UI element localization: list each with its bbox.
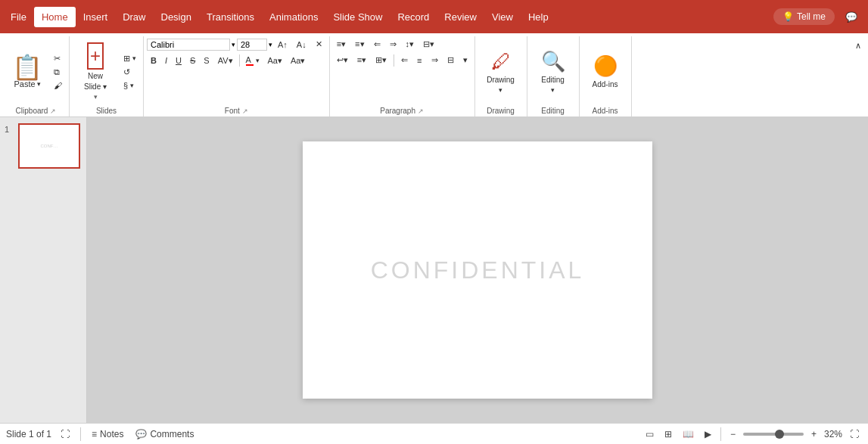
format-painter-button[interactable]: 🖌 [50, 79, 66, 92]
menu-bar-right: 💡 Tell me 💬 [773, 7, 865, 27]
editing-button[interactable]: 🔍 Editing ▾ [530, 45, 576, 98]
addins-icon: 🟠 [593, 54, 618, 78]
menu-home[interactable]: Home [34, 7, 76, 27]
paste-dropdown-icon[interactable]: ▾ [37, 80, 41, 88]
decrease-indent-button[interactable]: ⇐ [370, 38, 384, 51]
justify-button[interactable]: ⊟ [443, 54, 458, 67]
reset-button[interactable]: ↺ [120, 66, 140, 79]
text-shadow-button[interactable]: S [200, 54, 213, 67]
paste-button[interactable]: 📋 Paste ▾ [6, 52, 48, 92]
slide-canvas[interactable]: CONFIDENTIAL [303, 141, 652, 399]
font-expand-icon[interactable]: ↗ [242, 107, 248, 115]
menu-help[interactable]: Help [521, 7, 556, 27]
menu-animations[interactable]: Animations [262, 7, 325, 27]
addins-label: Add-ins [583, 105, 628, 116]
status-divider2 [720, 427, 721, 441]
zoom-out-button[interactable]: − [727, 427, 739, 441]
slide-sorter-button[interactable]: ⊞ [661, 427, 675, 441]
text-color-dropdown[interactable]: ▾ [256, 57, 260, 64]
font-name-input[interactable] [147, 39, 230, 51]
editing-dropdown[interactable]: ▾ [551, 86, 555, 94]
decrease-font-button[interactable]: A↓ [293, 39, 310, 51]
columns-button[interactable]: ⊟▾ [419, 38, 438, 51]
bullet-list-button[interactable]: ≡▾ [333, 38, 350, 51]
italic-button[interactable]: I [161, 54, 171, 67]
menu-view[interactable]: View [484, 7, 521, 27]
character-spacing-button[interactable]: AV▾ [214, 54, 237, 67]
font-size-input[interactable] [237, 39, 267, 51]
font-label: Font ↗ [147, 105, 326, 116]
comments-button[interactable]: 💬 [838, 7, 865, 27]
drawing-group: 🖊 Drawing ▾ Drawing [475, 36, 527, 116]
zoom-slider[interactable] [743, 433, 804, 436]
slide-thumb-wrapper-1: 1 CONF… [5, 123, 82, 169]
menu-record[interactable]: Record [390, 7, 437, 27]
font-name-dropdown-icon[interactable]: ▾ [232, 41, 235, 48]
zoom-in-button[interactable]: + [808, 427, 820, 441]
slide-thumbnail-1[interactable]: CONF… [18, 123, 80, 169]
fit-slide-icon: ⛶ [61, 429, 70, 439]
more-align-button[interactable]: ▾ [459, 54, 471, 67]
line-spacing-button[interactable]: ↕▾ [402, 38, 418, 51]
font-name-row: ▾ ▾ A↑ A↓ ✕ [147, 38, 326, 51]
presenter-view-button[interactable]: ▶ [702, 427, 714, 441]
menu-transitions[interactable]: Transitions [199, 7, 262, 27]
zoom-percent: 32% [824, 429, 842, 439]
menu-draw[interactable]: Draw [115, 7, 153, 27]
addins-button[interactable]: 🟠 Add-ins [583, 50, 628, 93]
clear-format-button[interactable]: ✕ [312, 38, 326, 51]
paragraph-tools: ≡▾ ≡▾ ⇐ ⇒ ↕▾ ⊟▾ ↩▾ ≡▾ ⊞▾ ⇐ ≡ ⇒ ⊟ ▾ [333, 38, 471, 105]
underline-button[interactable]: U [172, 54, 185, 67]
change-case-button[interactable]: Aa▾ [287, 54, 309, 67]
ribbon-collapse-button[interactable]: ∧ [851, 39, 865, 52]
font-size-dropdown-icon[interactable]: ▾ [269, 41, 272, 48]
normal-view-button[interactable]: ▭ [642, 427, 657, 441]
strikethrough-button[interactable]: S [186, 54, 199, 67]
align-center-button[interactable]: ≡ [413, 54, 425, 67]
paragraph-group: ≡▾ ≡▾ ⇐ ⇒ ↕▾ ⊟▾ ↩▾ ≡▾ ⊞▾ ⇐ ≡ ⇒ ⊟ ▾ [330, 36, 475, 116]
text-direction-button[interactable]: ↩▾ [333, 54, 352, 67]
align-right-button[interactable]: ⇒ [428, 54, 442, 67]
menu-insert[interactable]: Insert [76, 7, 116, 27]
drawing-dropdown[interactable]: ▾ [499, 86, 502, 94]
copy-button[interactable]: ⧉ [50, 66, 66, 79]
slide-number-1: 1 [5, 125, 15, 134]
comments-label: Comments [150, 429, 194, 439]
section-button[interactable]: § ▾ [120, 79, 140, 92]
bold-button[interactable]: B [147, 54, 160, 67]
new-slide-button[interactable]: + New Slide ▾ [73, 38, 118, 105]
comments-status-button[interactable]: 💬 Comments [132, 427, 197, 441]
numbered-list-button[interactable]: ≡▾ [351, 38, 368, 51]
layout-icon: ⊞ [123, 54, 130, 64]
ribbon-collapse-wrapper: ∧ [851, 36, 865, 116]
menu-slideshow[interactable]: Slide Show [325, 7, 390, 27]
drawing-button[interactable]: 🖊 Drawing ▾ [478, 45, 524, 98]
align-left-button[interactable]: ⇐ [397, 54, 412, 67]
drawing-icon: 🖊 [491, 50, 511, 73]
smart-art-button[interactable]: ⊞▾ [372, 54, 390, 67]
editing-icon: 🔍 [541, 50, 565, 73]
fit-to-window-button[interactable]: ⛶ [847, 427, 862, 441]
clipboard-expand-icon[interactable]: ↗ [50, 107, 56, 115]
slide-info: Slide 1 of 1 [6, 429, 51, 439]
increase-font-button[interactable]: A↑ [274, 39, 291, 51]
small-clipboard-buttons: ✂ ⧉ 🖌 [50, 52, 66, 92]
notes-button[interactable]: ≡ Notes [89, 427, 126, 441]
menu-design[interactable]: Design [154, 7, 199, 27]
fit-slide-button[interactable]: ⛶ [58, 427, 73, 441]
layout-button[interactable]: ⊞ ▾ [120, 52, 140, 65]
font-color-button[interactable]: Aa▾ [264, 54, 286, 67]
normal-view-icon: ▭ [646, 429, 654, 439]
menu-file[interactable]: File [3, 7, 34, 27]
paragraph-label: Paragraph ↗ [333, 105, 471, 116]
align-text-button[interactable]: ≡▾ [353, 54, 370, 67]
notes-icon: ≡ [92, 429, 97, 439]
text-color-button[interactable]: A ▾ [242, 54, 263, 67]
cut-button[interactable]: ✂ [50, 52, 66, 65]
paragraph-expand-icon[interactable]: ↗ [418, 107, 424, 115]
reading-view-button[interactable]: 📖 [680, 427, 697, 441]
increase-indent-button[interactable]: ⇒ [386, 38, 400, 51]
canvas-area[interactable]: CONFIDENTIAL [87, 117, 868, 423]
tell-me-input[interactable]: 💡 Tell me [773, 8, 835, 25]
menu-review[interactable]: Review [437, 7, 484, 27]
